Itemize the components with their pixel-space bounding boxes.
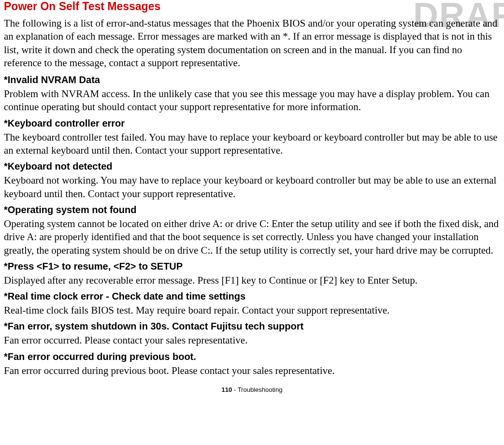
error-heading: *Keyboard not detected [4, 161, 500, 172]
error-heading: *Invalid NVRAM Data [4, 74, 500, 86]
error-description: Operating system cannot be located on ei… [4, 217, 500, 257]
error-heading: *Fan error occurred during previous boot… [4, 351, 500, 362]
page-number: 110 [222, 386, 232, 393]
error-description: Problem with NVRAM access. In the unlike… [4, 87, 500, 114]
error-description: The keyboard controller test failed. You… [4, 131, 500, 158]
error-description: Real-time clock fails BIOS test. May req… [4, 304, 500, 317]
error-heading: *Fan error, system shutdown in 30s. Cont… [4, 321, 500, 332]
page-footer: 110 - Troubleshooting [4, 386, 500, 398]
error-heading: *Press <F1> to resume, <F2> to SETUP [4, 261, 500, 272]
footer-separator: - [232, 386, 237, 393]
error-heading: *Real time clock error - Check date and … [4, 291, 500, 302]
error-heading: *Keyboard controller error [4, 118, 500, 129]
section-title: Power On Self Test Messages [4, 0, 500, 13]
intro-paragraph: The following is a list of error-and-sta… [4, 17, 500, 70]
error-description: Fan error occurred. Please contact your … [4, 334, 500, 347]
footer-section-name: Troubleshooting [238, 386, 283, 393]
error-description: Fan error occurred during previous boot.… [4, 364, 500, 377]
error-description: Keyboard not working. You may have to re… [4, 174, 500, 201]
error-heading: *Operating system not found [4, 204, 500, 215]
error-description: Displayed after any recoverable error me… [4, 274, 500, 287]
